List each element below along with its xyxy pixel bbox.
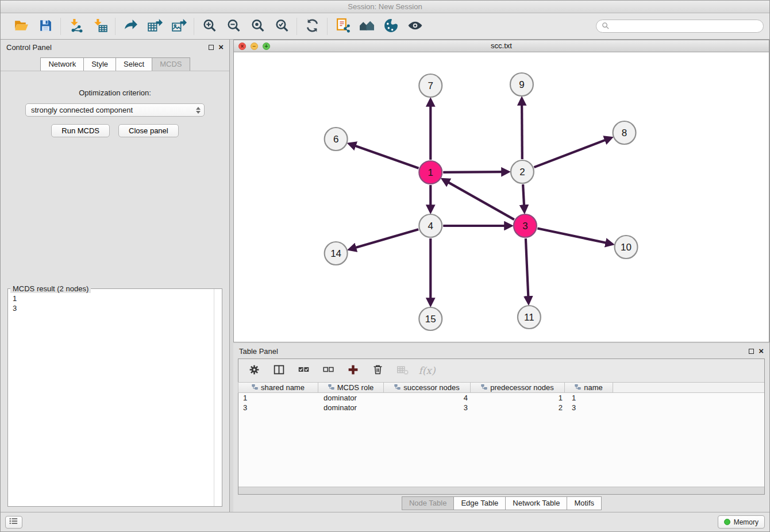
export-table-button[interactable] [145, 17, 164, 36]
result-scrollbar-track[interactable] [214, 289, 214, 506]
tab-select[interactable]: Select [116, 57, 152, 71]
mcds-result-title: MCDS result (2 nodes) [10, 284, 91, 293]
float-panel-icon[interactable] [209, 45, 214, 50]
memory-button[interactable]: Memory [718, 515, 765, 529]
column-header-MCDS-role[interactable]: MCDS role [318, 382, 384, 393]
svg-text:4: 4 [428, 221, 433, 232]
export-network-button[interactable] [121, 17, 140, 36]
deselect-all-button[interactable] [321, 363, 336, 378]
node-11[interactable]: 11 [518, 306, 541, 329]
import-network-button[interactable] [66, 17, 86, 36]
table-cell[interactable]: 4 [385, 393, 472, 403]
refresh-button[interactable] [302, 17, 322, 36]
float-table-panel-icon[interactable] [749, 349, 754, 354]
node-8[interactable]: 8 [613, 121, 636, 144]
clone-network-button[interactable] [333, 17, 352, 36]
node-2[interactable]: 2 [511, 160, 534, 183]
show-hide-icon [407, 18, 423, 35]
node-6[interactable]: 6 [325, 128, 348, 151]
close-table-panel-icon[interactable]: × [759, 348, 764, 354]
zoom-out-button[interactable] [224, 17, 243, 36]
show-panels-button[interactable] [5, 516, 22, 529]
table-cell[interactable]: 3 [238, 403, 319, 413]
edge-4-14[interactable] [355, 229, 418, 248]
node-1[interactable]: 1 [419, 161, 442, 184]
edge-3-10[interactable] [537, 229, 607, 243]
apply-style-button[interactable] [381, 17, 401, 36]
column-header-name[interactable]: name [564, 382, 613, 393]
mcds-result-line: 3 [13, 303, 222, 313]
node-10[interactable]: 10 [615, 236, 638, 259]
node-9[interactable]: 9 [510, 73, 533, 96]
column-type-icon [575, 383, 581, 392]
select-stepper-icon [196, 107, 201, 114]
tab-node-table[interactable]: Node Table [402, 496, 455, 510]
edge-3-11[interactable] [526, 238, 529, 298]
edge-2-8[interactable] [534, 140, 606, 167]
svg-text:7: 7 [428, 80, 433, 91]
close-panel-icon[interactable]: × [218, 44, 224, 50]
window-zoom-icon[interactable]: + [263, 43, 270, 50]
right-area: × − + scc.txt 7968124314101511 Table Pan… [233, 40, 769, 512]
node-3[interactable]: 3 [514, 214, 537, 237]
edge-1-6[interactable] [355, 145, 419, 168]
table-cell[interactable]: 1 [472, 393, 567, 403]
tab-mcds[interactable]: MCDS [152, 57, 190, 71]
table-settings-button[interactable] [247, 363, 261, 378]
show-hide-button[interactable] [405, 17, 425, 36]
export-image-button[interactable] [169, 17, 188, 36]
table-cell[interactable]: dominator [319, 403, 385, 413]
import-table-button[interactable] [90, 17, 110, 36]
window-minimize-icon[interactable]: − [251, 43, 258, 50]
deselect-all-icon [322, 364, 334, 377]
column-header-shared-name[interactable]: shared name [238, 382, 318, 393]
search-box[interactable] [596, 20, 764, 33]
table-cell[interactable]: 3 [567, 403, 616, 413]
tab-network-table[interactable]: Network Table [505, 496, 567, 510]
tab-style[interactable]: Style [83, 57, 116, 71]
edge-1-2[interactable] [443, 172, 503, 172]
optimization-select[interactable]: strongly connected component [25, 103, 205, 117]
node-4[interactable]: 4 [419, 214, 442, 237]
column-header-successor-nodes[interactable]: successor nodes [383, 382, 471, 393]
zoom-selected-button[interactable] [272, 17, 291, 36]
home-button[interactable] [357, 17, 376, 36]
zoom-fit-button[interactable] [248, 17, 267, 36]
column-header-predecessor-nodes[interactable]: predecessor nodes [470, 382, 565, 393]
column-header-label: MCDS role [337, 383, 374, 392]
search-input[interactable] [613, 22, 758, 30]
delete-table-icon [396, 364, 409, 377]
tab-network[interactable]: Network [40, 57, 84, 71]
table-horizontal-scrollbar[interactable] [238, 487, 764, 494]
run-mcds-button[interactable]: Run MCDS [51, 124, 110, 137]
zoom-in-button[interactable] [199, 17, 219, 36]
svg-text:9: 9 [519, 79, 524, 90]
node-15[interactable]: 15 [419, 307, 442, 330]
network-canvas[interactable]: 7968124314101511 [234, 52, 769, 342]
open-file-button[interactable] [11, 17, 31, 36]
clone-network-icon [335, 18, 351, 35]
select-all-button[interactable] [296, 363, 311, 378]
table-cell[interactable]: 1 [238, 393, 319, 403]
table-panel: Table Panel × f(x) shared nameMCDS roles… [233, 344, 769, 512]
save-session-button[interactable] [36, 17, 55, 36]
refresh-icon [305, 18, 320, 35]
table-row[interactable]: 1dominator411 [238, 393, 764, 403]
close-panel-button[interactable]: Close panel [118, 124, 179, 137]
add-column-button[interactable] [345, 363, 360, 378]
table-cell[interactable]: 3 [385, 403, 472, 413]
delete-column-button[interactable] [370, 363, 385, 378]
window-close-icon[interactable]: × [238, 43, 246, 50]
table-row[interactable]: 3dominator323 [238, 403, 764, 413]
tab-edge-table[interactable]: Edge Table [453, 496, 506, 510]
tab-motifs[interactable]: Motifs [567, 496, 602, 510]
node-14[interactable]: 14 [325, 242, 348, 265]
column-layout-button[interactable] [271, 363, 286, 378]
edge-2-9[interactable] [522, 104, 522, 159]
edge-2-3[interactable] [523, 184, 524, 206]
node-7[interactable]: 7 [419, 74, 442, 97]
edge-3-1[interactable] [448, 182, 514, 220]
table-cell[interactable]: 2 [472, 403, 567, 413]
table-cell[interactable]: 1 [567, 393, 616, 403]
table-cell[interactable]: dominator [319, 393, 385, 403]
